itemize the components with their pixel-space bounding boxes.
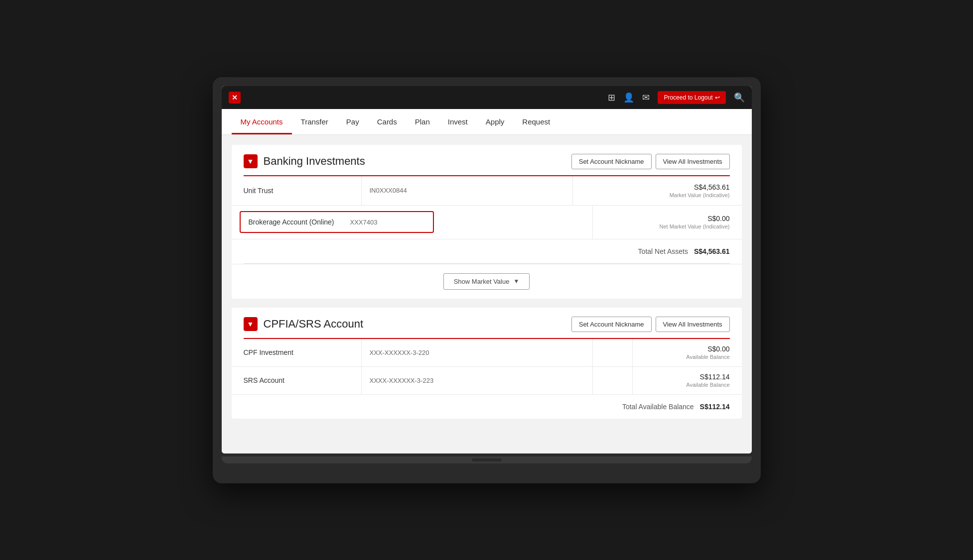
cpf-empty-col [592, 339, 632, 366]
cpfia-srs-header: ▼ CPFIA/SRS Account Set Account Nickname… [232, 308, 742, 338]
cpfia-total-amount: S$112.14 [700, 403, 730, 411]
brokerage-highlight-box[interactable]: Brokerage Account (Online) XXX7403 [240, 211, 434, 233]
unit-trust-amount: S$4,563.61 [694, 183, 730, 191]
cpfia-srs-title: CPFIA/SRS Account [264, 318, 364, 331]
logout-label: Proceed to Logout [664, 94, 712, 101]
brokerage-row: Brokerage Account (Online) XXX7403 S$0.0… [232, 206, 742, 239]
cpf-investment-amount: S$0.00 [707, 345, 729, 353]
show-market-value-button[interactable]: Show Market Value ▼ [443, 273, 530, 290]
srs-account-amount: S$112.14 [700, 373, 730, 381]
nav-transfer[interactable]: Transfer [292, 109, 337, 134]
brokerage-amount-label: Net Market Value (Indicative) [659, 224, 729, 229]
laptop-frame: ✕ ⊞ 👤 ✉ Proceed to Logout ↩ 🔍 My Account… [213, 77, 761, 483]
banking-total-amount: S$4,563.61 [694, 247, 730, 255]
brokerage-account-id: XXX7403 [342, 213, 385, 232]
nav-plan[interactable]: Plan [406, 109, 439, 134]
laptop-base [222, 456, 752, 463]
srs-empty-col [592, 367, 632, 394]
unit-trust-amount-label: Market Value (Indicative) [670, 192, 730, 198]
srs-account-name: SRS Account [232, 367, 361, 394]
laptop-notch [472, 458, 502, 461]
unit-trust-empty-col [572, 176, 632, 205]
search-icon[interactable]: 🔍 [734, 92, 745, 103]
show-market-value-row: Show Market Value ▼ [232, 264, 742, 299]
laptop-screen: ✕ ⊞ 👤 ✉ Proceed to Logout ↩ 🔍 My Account… [222, 86, 752, 453]
nav-invest[interactable]: Invest [439, 109, 477, 134]
srs-account-amount-label: Available Balance [686, 382, 729, 388]
banking-investments-header: ▼ Banking Investments Set Account Nickna… [232, 145, 742, 175]
unit-trust-name: Unit Trust [232, 176, 361, 205]
nav-apply[interactable]: Apply [477, 109, 514, 134]
banking-investments-section: ▼ Banking Investments Set Account Nickna… [232, 145, 742, 299]
banking-set-nickname-button[interactable]: Set Account Nickname [571, 154, 652, 169]
cpfia-collapse-icon[interactable]: ▼ [244, 317, 258, 331]
unit-trust-value: S$4,563.61 Market Value (Indicative) [632, 176, 742, 205]
close-button[interactable]: ✕ [229, 92, 241, 104]
unit-trust-row: Unit Trust IN0XXX0844 S$4,563.61 Market … [232, 176, 742, 206]
brokerage-value: S$0.00 Net Market Value (Indicative) [632, 208, 742, 236]
cpf-investment-name: CPF Investment [232, 339, 361, 366]
nav-bar: My Accounts Transfer Pay Cards Plan Inve… [222, 109, 752, 135]
nav-my-accounts[interactable]: My Accounts [232, 109, 292, 134]
chevron-down-icon: ▼ [513, 278, 519, 285]
srs-account-value: S$112.14 Available Balance [632, 367, 742, 394]
brokerage-empty-col [592, 206, 632, 239]
cpfia-total-label: Total Available Balance [622, 403, 694, 411]
main-content: ▼ Banking Investments Set Account Nickna… [222, 135, 752, 453]
srs-account-id: XXXX-XXXXXX-3-223 [361, 367, 592, 394]
mail-icon: ✉ [642, 92, 650, 103]
cpfia-set-nickname-button[interactable]: Set Account Nickname [571, 317, 652, 332]
cpf-investment-value: S$0.00 Available Balance [632, 339, 742, 366]
cpfia-total-row: Total Available Balance S$112.14 [232, 395, 742, 419]
cpfia-srs-section: ▼ CPFIA/SRS Account Set Account Nickname… [232, 308, 742, 419]
nav-cards[interactable]: Cards [368, 109, 406, 134]
cpf-investment-row: CPF Investment XXX-XXXXXX-3-220 S$0.00 A… [232, 339, 742, 367]
banking-investments-title: Banking Investments [264, 155, 365, 168]
cpf-investment-amount-label: Available Balance [686, 354, 729, 360]
logout-button[interactable]: Proceed to Logout ↩ [658, 91, 725, 104]
banking-view-all-button[interactable]: View All Investments [656, 154, 730, 169]
nav-pay[interactable]: Pay [337, 109, 368, 134]
user-icon: 👤 [623, 92, 634, 103]
banking-total-label: Total Net Assets [638, 247, 688, 255]
nav-request[interactable]: Request [513, 109, 559, 134]
banking-collapse-icon[interactable]: ▼ [244, 154, 258, 168]
top-bar: ✕ ⊞ 👤 ✉ Proceed to Logout ↩ 🔍 [222, 86, 752, 109]
srs-account-row: SRS Account XXXX-XXXXXX-3-223 S$112.14 A… [232, 367, 742, 395]
network-icon: ⊞ [608, 92, 615, 103]
unit-trust-id: IN0XXX0844 [361, 176, 572, 205]
cpfia-view-all-button[interactable]: View All Investments [656, 317, 730, 332]
brokerage-account-name: Brokerage Account (Online) [241, 212, 342, 232]
logout-icon: ↩ [715, 94, 720, 101]
show-market-value-label: Show Market Value [454, 278, 510, 285]
banking-total-row: Total Net Assets S$4,563.61 [232, 239, 742, 263]
cpf-investment-id: XXX-XXXXXX-3-220 [361, 339, 592, 366]
brokerage-amount: S$0.00 [707, 215, 729, 223]
